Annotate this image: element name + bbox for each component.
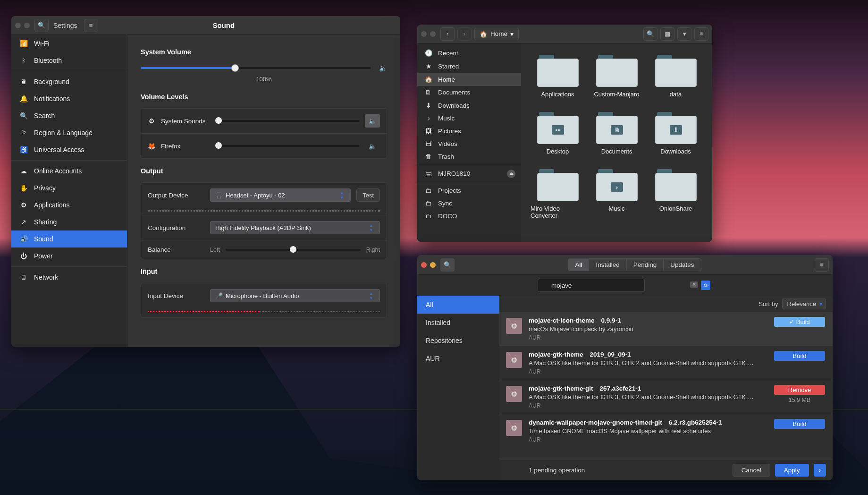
app-label: Settings <box>53 22 77 29</box>
balance-slider[interactable] <box>226 249 361 251</box>
cancel-button[interactable]: Cancel <box>733 464 770 477</box>
hamburger-icon[interactable]: ≡ <box>815 258 829 272</box>
system-volume-slider[interactable] <box>141 67 371 69</box>
hamburger-icon[interactable]: ≡ <box>694 27 708 41</box>
folder-music[interactable]: ♪ Music <box>590 169 644 219</box>
files-sidebar-doco[interactable]: 🗀DOCO <box>417 210 521 222</box>
eject-icon[interactable]: ⏏ <box>507 170 515 178</box>
sidebar-item-network[interactable]: 🖥Network <box>11 269 127 286</box>
tab-installed[interactable]: Installed <box>589 258 626 271</box>
window-minimize-icon[interactable] <box>24 23 30 28</box>
sidebar-icon: 🗀 <box>425 200 432 207</box>
window-minimize-icon[interactable] <box>430 31 436 37</box>
pamac-sidebar-aur[interactable]: AUR <box>417 350 499 367</box>
package-version: 6.2.r3.gb625254-1 <box>669 419 722 426</box>
tab-updates[interactable]: Updates <box>664 258 701 271</box>
folder-onionshare[interactable]: OnionShare <box>649 169 703 219</box>
input-device-combo[interactable]: 🎤 Microphone - Built-in Audio ▴▾ <box>210 289 380 302</box>
sidebar-item-search[interactable]: 🔍Search <box>11 107 127 124</box>
folder-label: OnionShare <box>659 205 692 212</box>
folder-documents[interactable]: 🗎 Documents <box>590 112 644 155</box>
sidebar-item-power[interactable]: ⏻Power <box>11 248 127 265</box>
sidebar-item-wi-fi[interactable]: 📶Wi-Fi <box>11 35 127 52</box>
sidebar-item-applications[interactable]: ⚙Applications <box>11 196 127 213</box>
build-button[interactable]: Build <box>774 351 825 361</box>
package-row[interactable]: ⚙ dynamic-wallpaper-mojave-gnome-timed-g… <box>499 414 833 448</box>
sidebar-item-sound[interactable]: 🔊Sound <box>11 230 127 248</box>
app-volume-slider[interactable] <box>219 145 359 147</box>
files-sidebar-sync[interactable]: 🗀Sync <box>417 197 521 210</box>
refresh-icon[interactable]: ⟳ <box>701 281 710 290</box>
clear-search-icon[interactable]: ✕ <box>690 282 698 288</box>
files-sidebar-projects[interactable]: 🗀Projects <box>417 184 521 197</box>
search-button[interactable]: 🔍 <box>34 19 49 32</box>
apply-button[interactable]: Apply <box>775 464 809 477</box>
sidebar-item-sharing[interactable]: ↗Sharing <box>11 213 127 230</box>
window-close-icon[interactable] <box>421 31 427 37</box>
search-toggle-button[interactable]: 🔍 <box>440 258 455 272</box>
pamac-sidebar-repositories[interactable]: Repositories <box>417 332 499 350</box>
files-sidebar-documents[interactable]: 🗎Documents <box>417 86 521 99</box>
tab-pending[interactable]: Pending <box>627 258 664 271</box>
tab-all[interactable]: All <box>568 258 589 271</box>
package-row[interactable]: ⚙ mojave-gtk-theme2019_09_09-1 A Mac OSX… <box>499 346 833 380</box>
sidebar-item-bluetooth[interactable]: ᛒBluetooth <box>11 52 127 69</box>
output-device-combo[interactable]: 🎧 Headset - Aptoyu - 02 ▴▾ <box>210 188 351 202</box>
build-button[interactable]: ✓ Build <box>774 317 825 327</box>
sidebar-icon: 📶 <box>20 40 27 47</box>
search-input[interactable] <box>538 279 645 292</box>
app-volume-slider[interactable] <box>219 120 359 122</box>
sidebar-item-privacy[interactable]: ✋Privacy <box>11 179 127 196</box>
view-options-button[interactable]: ▦ <box>660 27 674 41</box>
files-sidebar-videos[interactable]: 🎞Videos <box>417 137 521 150</box>
files-sidebar-mjro1810[interactable]: 🖴MJRO1810⏏ <box>417 167 521 180</box>
sidebar-icon: 🔍 <box>20 112 27 119</box>
remove-button[interactable]: Remove <box>774 385 825 395</box>
sidebar-item-universal-access[interactable]: ♿Universal Access <box>11 141 127 158</box>
files-sidebar-music[interactable]: ♪Music <box>417 112 521 125</box>
folder-data[interactable]: data <box>649 55 703 98</box>
forward-button[interactable]: › <box>457 27 472 41</box>
back-button[interactable]: ‹ <box>440 27 455 41</box>
mute-button[interactable]: 🔈 <box>365 114 380 128</box>
files-sidebar-home[interactable]: 🏠Home <box>417 73 521 86</box>
view-menu-button[interactable]: ▾ <box>677 27 691 41</box>
files-sidebar-starred[interactable]: ★Starred <box>417 60 521 73</box>
package-row[interactable]: ⚙ mojave-gtk-theme-git257.a3cfe21-1 A Ma… <box>499 380 833 414</box>
sort-combo[interactable]: Relevance <box>782 299 826 309</box>
window-minimize-icon[interactable] <box>430 262 436 268</box>
pamac-sidebar-installed[interactable]: Installed <box>417 314 499 332</box>
folder-custom-manjaro[interactable]: Custom-Manjaro <box>590 55 644 98</box>
configuration-combo[interactable]: High Fidelity Playback (A2DP Sink) ▴▾ <box>210 221 380 234</box>
search-button[interactable]: 🔍 <box>643 27 657 41</box>
folder-applications[interactable]: Applications <box>531 55 585 98</box>
microphone-icon: 🎤 <box>215 292 223 299</box>
files-sidebar-pictures[interactable]: 🖼Pictures <box>417 125 521 137</box>
window-close-icon[interactable] <box>421 262 427 268</box>
sidebar-icon: 🔊 <box>20 235 27 243</box>
files-sidebar-trash[interactable]: 🗑Trash <box>417 150 521 163</box>
sidebar-item-region-language[interactable]: 🏳Region & Language <box>11 124 127 141</box>
output-device-label: Output Device <box>148 192 204 199</box>
sidebar-icon: 🗎 <box>425 89 432 96</box>
settings-window: 🔍 Settings ≡ Sound 📶Wi-FiᛒBluetooth🖥Back… <box>11 16 400 347</box>
files-sidebar-recent[interactable]: 🕘Recent <box>417 46 521 60</box>
files-sidebar-downloads[interactable]: ⬇Downloads <box>417 99 521 112</box>
folder-desktop[interactable]: ▪▪ Desktop <box>531 112 585 155</box>
folder-downloads[interactable]: ⬇ Downloads <box>649 112 703 155</box>
mute-button[interactable]: 🔈 <box>365 139 380 153</box>
hamburger-icon[interactable]: ≡ <box>84 19 98 32</box>
pamac-sidebar-all[interactable]: All <box>417 296 499 314</box>
sidebar-item-online-accounts[interactable]: ☁Online Accounts <box>11 162 127 179</box>
window-close-icon[interactable] <box>15 23 21 28</box>
sidebar-item-notifications[interactable]: 🔔Notifications <box>11 90 127 107</box>
settings-content: System Volume 🔈 100% Volume Levels ⚙ Sys… <box>127 35 400 347</box>
build-button[interactable]: Build <box>774 419 825 429</box>
package-row[interactable]: ⚙ mojave-ct-icon-theme0.9.9-1 macOs Moja… <box>499 312 833 346</box>
package-name: mojave-ct-icon-theme <box>529 317 595 324</box>
test-button[interactable]: Test <box>356 188 380 202</box>
details-button[interactable]: › <box>814 464 826 477</box>
location-button[interactable]: 🏠 Home ▾ <box>474 28 519 40</box>
sidebar-item-background[interactable]: 🖥Background <box>11 73 127 90</box>
folder-miro-video-converter[interactable]: Miro Video Converter <box>531 169 585 219</box>
